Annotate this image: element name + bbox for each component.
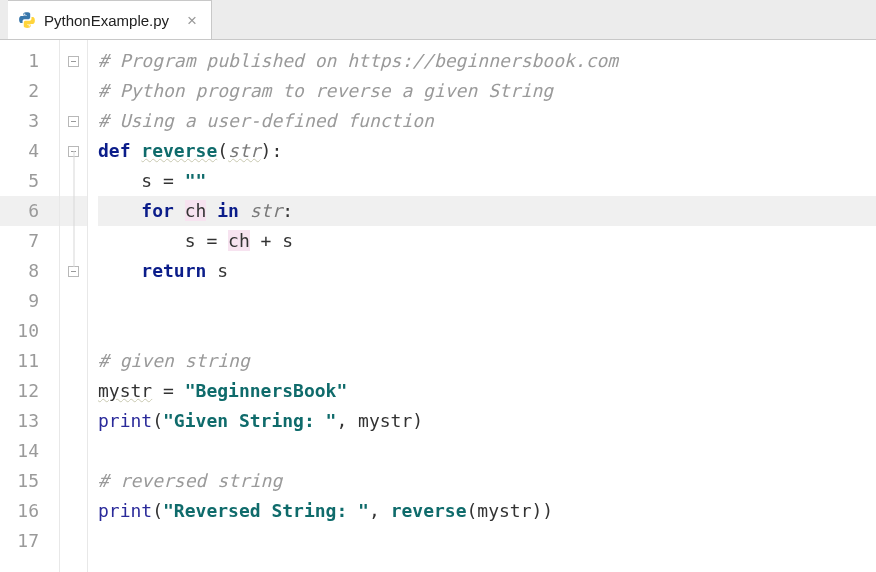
code-token: "Given String: " (163, 410, 336, 431)
code-token: def (98, 140, 141, 161)
file-tab[interactable]: PythonExample.py × (8, 0, 212, 39)
code-token: , mystr) (336, 410, 423, 431)
code-line[interactable]: # reversed string (98, 466, 876, 496)
fold-gutter-row (60, 406, 87, 436)
fold-gutter-row (60, 286, 87, 316)
code-token: for (141, 200, 184, 221)
python-file-icon (18, 11, 36, 29)
line-number: 6 (0, 196, 59, 226)
line-number: 4 (0, 136, 59, 166)
code-token: "" (185, 170, 207, 191)
code-line[interactable]: mystr = "BeginnersBook" (98, 376, 876, 406)
line-number: 16 (0, 496, 59, 526)
code-line[interactable]: return s (98, 256, 876, 286)
code-line[interactable]: # Program published on https://beginners… (98, 46, 876, 76)
line-number: 3 (0, 106, 59, 136)
fold-gutter-row (60, 376, 87, 406)
code-token: "BeginnersBook" (185, 380, 348, 401)
code-token: = (152, 380, 185, 401)
code-line[interactable] (98, 436, 876, 466)
code-token: ): (261, 140, 283, 161)
line-number-gutter: 1234567891011121314151617 (0, 40, 60, 572)
code-token: # given string (98, 350, 250, 371)
code-token: + s (250, 230, 293, 251)
code-line[interactable] (98, 316, 876, 346)
fold-gutter-row (60, 46, 87, 76)
line-number: 15 (0, 466, 59, 496)
code-token: str (228, 140, 261, 161)
code-token: s (217, 260, 228, 281)
code-area[interactable]: # Program published on https://beginners… (88, 40, 876, 572)
line-number: 5 (0, 166, 59, 196)
code-line[interactable]: s = "" (98, 166, 876, 196)
fold-open-icon[interactable] (68, 56, 79, 67)
code-line[interactable]: s = ch + s (98, 226, 876, 256)
line-number: 12 (0, 376, 59, 406)
fold-gutter-row (60, 346, 87, 376)
fold-close-icon[interactable] (68, 266, 79, 277)
line-number: 10 (0, 316, 59, 346)
line-number: 11 (0, 346, 59, 376)
fold-gutter-row (60, 76, 87, 106)
code-token: # Using a user-defined function (98, 110, 434, 131)
fold-gutter-row (60, 496, 87, 526)
line-number: 13 (0, 406, 59, 436)
line-number: 17 (0, 526, 59, 556)
code-line[interactable]: def reverse(str): (98, 136, 876, 166)
code-token: s = (141, 170, 184, 191)
editor-tab-bar: PythonExample.py × (0, 0, 876, 40)
code-line[interactable]: # Using a user-defined function (98, 106, 876, 136)
code-token: str (250, 200, 283, 221)
code-token: reverse (391, 500, 467, 521)
code-token: ( (152, 410, 163, 431)
code-token: # Python program to reverse a given Stri… (98, 80, 553, 101)
code-token: ch (228, 230, 250, 251)
close-tab-icon[interactable]: × (187, 12, 197, 29)
code-line[interactable] (98, 526, 876, 556)
fold-open-icon[interactable] (68, 116, 79, 127)
code-token: print (98, 500, 152, 521)
code-line[interactable] (98, 286, 876, 316)
line-number: 8 (0, 256, 59, 286)
code-token: in (206, 200, 249, 221)
code-token: : (282, 200, 293, 221)
code-token: "Reversed String: " (163, 500, 369, 521)
code-token: # Program published on https://beginners… (98, 50, 618, 71)
code-line[interactable]: # Python program to reverse a given Stri… (98, 76, 876, 106)
line-number: 7 (0, 226, 59, 256)
code-token: # reversed string (98, 470, 282, 491)
tab-filename: PythonExample.py (44, 12, 169, 29)
line-number: 9 (0, 286, 59, 316)
fold-gutter-row (60, 526, 87, 556)
line-number: 14 (0, 436, 59, 466)
code-line[interactable]: print("Reversed String: ", reverse(mystr… (98, 496, 876, 526)
code-editor[interactable]: 1234567891011121314151617 # Program publ… (0, 40, 876, 572)
code-token: mystr (98, 380, 152, 401)
fold-gutter (60, 40, 88, 572)
line-number: 1 (0, 46, 59, 76)
code-line[interactable]: for ch in str: (98, 196, 876, 226)
line-number: 2 (0, 76, 59, 106)
code-token: reverse (141, 140, 217, 161)
code-line[interactable]: print("Given String: ", mystr) (98, 406, 876, 436)
code-token: ( (217, 140, 228, 161)
code-token: return (141, 260, 217, 281)
code-token: s = (185, 230, 228, 251)
code-token: , (369, 500, 391, 521)
fold-gutter-row (60, 106, 87, 136)
code-token: ( (152, 500, 163, 521)
fold-gutter-row (60, 436, 87, 466)
code-line[interactable]: # given string (98, 346, 876, 376)
code-token: (mystr)) (466, 500, 553, 521)
fold-gutter-row (60, 466, 87, 496)
code-token: print (98, 410, 152, 431)
code-token: ch (185, 200, 207, 221)
fold-gutter-row (60, 316, 87, 346)
